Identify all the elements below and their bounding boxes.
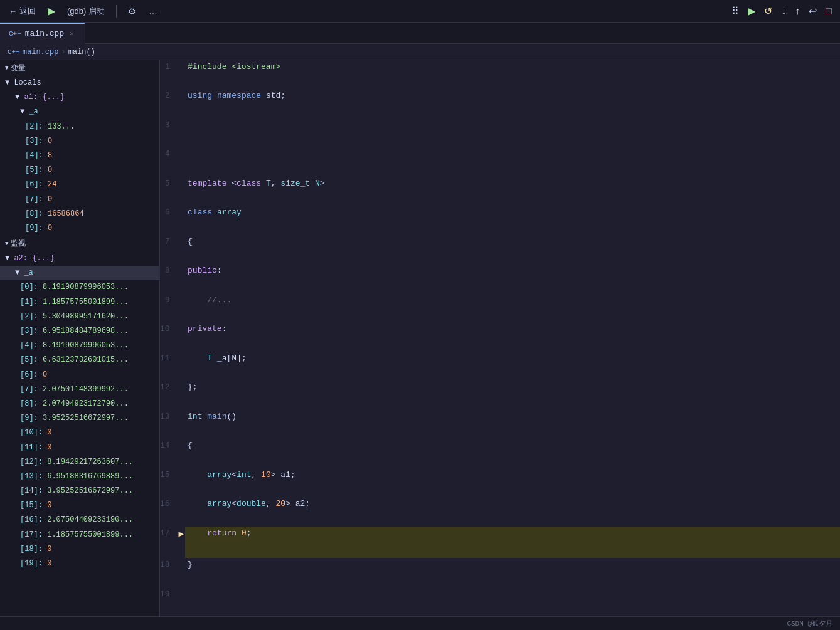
a1-entry-7[interactable]: [7]: 0 [0, 192, 159, 207]
toolbar: ← 返回 ▶ (gdb) 启动 ⚙ … ⠿ ▶ ↺ ↓ ↑ ↩ □ [0, 0, 840, 23]
line-code-6: class array [185, 206, 840, 234]
line-num-11: 11 [160, 352, 178, 381]
a1-entry-8[interactable]: [8]: 16586864 [0, 207, 159, 221]
line-code-19 [185, 587, 840, 617]
debug-stop-btn[interactable]: □ [822, 4, 835, 18]
debug-step-back-btn[interactable]: ↩ [805, 4, 820, 18]
locals-header[interactable]: ▼ Locals [0, 76, 159, 90]
a2-entry-8[interactable]: [8]: 2.07494923172790... [0, 397, 159, 411]
watch-chevron: ▼ [5, 241, 8, 247]
a2-entry-16[interactable]: [16]: 2.07504409233190... [0, 513, 159, 527]
line-gutter-14 [178, 439, 185, 468]
a2-entry-7[interactable]: [7]: 2.07501148399992... [0, 382, 159, 397]
a2-entry-9[interactable]: [9]: 3.95252516672997... [0, 411, 159, 426]
settings-button[interactable]: ⚙ [124, 4, 140, 19]
variables-section-header[interactable]: ▼ 变量 [0, 60, 159, 76]
a1-chevron: ▼ [15, 93, 24, 102]
a1-item[interactable]: ▼ a1: {...} [0, 90, 159, 105]
code-line-7: 7 { [160, 235, 840, 264]
a1-a-name: _a [29, 107, 38, 116]
a2-entry-18[interactable]: [18]: 0 [0, 542, 159, 557]
a1-name: a1: {...} [24, 93, 65, 102]
line-num-4: 4 [160, 147, 178, 176]
a1-entry-6[interactable]: [6]: 24 [0, 177, 159, 192]
a2-entry-15[interactable]: [15]: 0 [0, 498, 159, 513]
cpp-icon: C++ [9, 30, 21, 38]
breadcrumb-file[interactable]: main.cpp [23, 48, 59, 56]
a1-entry-hidden[interactable]: [2]: 133... [0, 120, 159, 134]
line-code-12: }; [185, 381, 840, 409]
code-line-8: 8 public: [160, 264, 840, 293]
a2-entry-11[interactable]: [11]: 0 [0, 441, 159, 455]
left-panel: ▼ 变量 ▼ Locals ▼ a1: {...} ▼ _a [2]: 133.… [0, 60, 160, 616]
a2-entry-14[interactable]: [14]: 3.95252516672997... [0, 484, 159, 498]
a2-entry-13[interactable]: [13]: 6.95188316769889... [0, 470, 159, 484]
line-code-14: { [185, 439, 840, 468]
a2-name: a2: {...} [14, 254, 55, 263]
a2-entry-19[interactable]: [19]: 0 [0, 557, 159, 571]
a2-entry-6[interactable]: [6]: 0 [0, 368, 159, 382]
debug-step-over-btn[interactable]: ↓ [778, 4, 789, 18]
watch-section-header[interactable]: ▼ 监视 [0, 236, 159, 251]
line-num-17: 17 [160, 527, 178, 559]
a1-entry-4[interactable]: [4]: 8 [0, 149, 159, 163]
line-num-15: 15 [160, 468, 178, 497]
tab-label: main.cpp [25, 29, 64, 38]
line-gutter-16 [178, 497, 185, 526]
a2-entry-12[interactable]: [12]: 8.19429217263607... [0, 455, 159, 470]
variables-label: 变量 [11, 63, 26, 73]
tab-close-button[interactable]: ✕ [68, 29, 76, 38]
code-line-2: 2 using namespace std; [160, 89, 840, 118]
code-line-17: 17 ▶ return 0; [160, 527, 840, 559]
line-gutter-12 [178, 381, 185, 409]
a2-item[interactable]: ▼ a2: {...} [0, 251, 159, 266]
code-editor[interactable]: 1 #include <iostream> 2 using namespace … [160, 60, 840, 616]
code-line-4: 4 [160, 147, 840, 176]
more-button[interactable]: … [145, 4, 161, 19]
line-gutter-6 [178, 206, 185, 234]
a2-entry-2[interactable]: [2]: 5.30498995171620... [0, 310, 159, 324]
tab-main-cpp[interactable]: C++ main.cpp ✕ [0, 23, 85, 44]
line-code-13: int main() [185, 410, 840, 439]
debug-grid-btn[interactable]: ⠿ [728, 4, 742, 18]
back-button[interactable]: ← 返回 [5, 4, 40, 18]
line-code-11: T _a[N]; [185, 352, 840, 381]
a2-a-name: _a [24, 268, 33, 277]
debug-restart-btn[interactable]: ↺ [761, 4, 775, 18]
line-num-7: 7 [160, 235, 178, 264]
a2-entry-17[interactable]: [17]: 1.18575755001899... [0, 528, 159, 542]
line-code-3 [185, 118, 840, 147]
line-gutter-11 [178, 352, 185, 381]
a2-entry-10[interactable]: [10]: 0 [0, 426, 159, 440]
a2-a-item[interactable]: ▼ _a [0, 266, 159, 280]
a2-entry-3[interactable]: [3]: 6.95188484789698... [0, 324, 159, 339]
gdb-label[interactable]: (gdb) 启动 [63, 4, 109, 18]
line-code-18: } [185, 558, 840, 587]
a1-a-item[interactable]: ▼ _a [0, 105, 159, 119]
a1-entry-5[interactable]: [5]: 0 [0, 163, 159, 177]
line-gutter-5 [178, 177, 185, 206]
a1-entry-9[interactable]: [9]: 0 [0, 221, 159, 236]
code-line-5: 5 template <class T, size_t N> [160, 177, 840, 206]
line-code-8: public: [185, 264, 840, 293]
code-line-19: 19 [160, 587, 840, 617]
a2-entry-4[interactable]: [4]: 8.19190879996053... [0, 339, 159, 353]
code-line-6: 6 class array [160, 206, 840, 234]
a2-entry-1[interactable]: [1]: 1.18575755001899... [0, 295, 159, 310]
line-num-2: 2 [160, 89, 178, 118]
breadcrumb-function[interactable]: main() [68, 48, 95, 56]
a2-entry-0[interactable]: [0]: 8.19190879996053... [0, 280, 159, 295]
a2-entry-5[interactable]: [5]: 6.63123732601015... [0, 353, 159, 367]
line-code-2: using namespace std; [185, 89, 840, 118]
back-icon: ← [9, 6, 17, 16]
debug-step-out-btn[interactable]: ↑ [792, 4, 803, 18]
a1-entry-3[interactable]: [3]: 0 [0, 134, 159, 149]
breadcrumb-cpp-icon: C++ [8, 48, 20, 56]
line-num-3: 3 [160, 118, 178, 147]
code-line-13: 13 int main() [160, 410, 840, 439]
code-line-15: 15 array<int, 10> a1; [160, 468, 840, 497]
run-button[interactable]: ▶ [45, 4, 58, 18]
debug-continue-btn[interactable]: ▶ [745, 4, 758, 18]
line-gutter-7 [178, 235, 185, 264]
line-code-9: //... [185, 293, 840, 322]
